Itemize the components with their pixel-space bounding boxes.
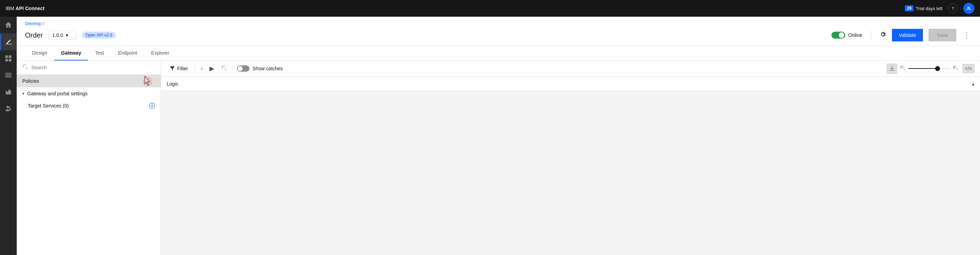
help-icon[interactable]: ? xyxy=(948,3,958,13)
canvas-top-right-icons: </> xyxy=(887,64,974,74)
topnav: IBM API Connect 29 Trial days left ? JL xyxy=(0,0,980,17)
svg-rect-0 xyxy=(5,55,8,58)
search-canvas-icon[interactable] xyxy=(220,64,228,73)
tab-explorer[interactable]: Explorer xyxy=(144,46,176,60)
play-icon[interactable]: ▶ xyxy=(208,63,216,74)
tab-test[interactable]: Test xyxy=(88,46,111,60)
sidebar-icon-table[interactable] xyxy=(0,67,17,84)
toolbar-divider2 xyxy=(232,65,233,72)
toolbar-divider xyxy=(195,65,195,72)
gateway-section-header[interactable]: ▾ Gateway and portal settings xyxy=(17,87,161,100)
tab-gateway[interactable]: Gateway xyxy=(54,46,88,60)
svg-rect-3 xyxy=(9,59,11,62)
show-catches-area: Show catches xyxy=(237,65,283,72)
trial-badge: 29 Trial days left xyxy=(905,5,942,11)
trial-days-number: 29 xyxy=(905,5,913,11)
sidebar-icon-chart[interactable] xyxy=(0,84,17,100)
add-target-service-button[interactable] xyxy=(149,103,155,109)
zoom-slider-thumb[interactable] xyxy=(935,66,940,71)
logic-section: Logic ▴ xyxy=(161,77,980,91)
canvas-toolbar: Filter ‹ ▶ Show catches xyxy=(161,60,980,77)
svg-rect-1 xyxy=(9,55,11,58)
export-icon[interactable] xyxy=(887,64,897,74)
search-input[interactable] xyxy=(31,65,155,70)
breadcrumb: Develop / xyxy=(17,17,980,26)
show-catches-toggle[interactable] xyxy=(237,65,250,72)
api-title: Order xyxy=(25,31,43,39)
logic-header[interactable]: Logic ▴ xyxy=(161,77,980,91)
zoom-slider[interactable] xyxy=(908,68,950,69)
search-icon xyxy=(22,64,28,71)
svg-rect-2 xyxy=(5,59,8,62)
header-divider xyxy=(871,31,871,39)
tab-endpoint[interactable]: Endpoint xyxy=(111,46,144,60)
version-select[interactable]: 1.0.0 ▾ xyxy=(48,31,76,40)
zoom-slider-fill xyxy=(908,68,937,69)
right-panel: Filter ‹ ▶ Show catches xyxy=(161,60,980,255)
zoom-out-icon[interactable] xyxy=(900,65,905,72)
logic-chevron-up-icon: ▴ xyxy=(972,81,974,87)
nav-back-icon[interactable]: ‹ xyxy=(199,64,204,73)
topnav-right: 29 Trial days left ? JL xyxy=(905,3,974,14)
online-toggle[interactable]: Online xyxy=(831,32,862,39)
breadcrumb-develop[interactable]: Develop xyxy=(25,21,42,26)
chevron-down-icon: ▾ xyxy=(22,91,24,96)
tab-design[interactable]: Design xyxy=(25,46,54,60)
search-bar xyxy=(17,60,161,75)
sidebar xyxy=(0,17,17,255)
avatar[interactable]: JL xyxy=(963,3,974,14)
tabs-bar: Design Gateway Test Endpoint Explorer xyxy=(17,46,980,60)
chevron-down-icon: ▾ xyxy=(66,32,68,38)
sidebar-icon-home[interactable] xyxy=(0,17,17,33)
sidebar-icon-dashboard[interactable] xyxy=(0,50,17,67)
left-panel: Policies ▾ Gateway and portal settings T… xyxy=(17,60,161,255)
target-services-item: Target Services (0) xyxy=(17,100,161,112)
online-label: Online xyxy=(848,32,862,38)
sidebar-icon-edit[interactable] xyxy=(0,33,17,50)
save-button: Save xyxy=(929,29,956,41)
code-icon[interactable]: </> xyxy=(963,64,974,73)
main-content: Develop / Order 1.0.0 ▾ Open API v2.0 On… xyxy=(17,17,980,255)
validate-button[interactable]: Validate xyxy=(892,29,923,41)
api-header: Order 1.0.0 ▾ Open API v2.0 Online Valid… xyxy=(17,26,980,46)
api-spec-badge: Open API v2.0 xyxy=(82,32,116,39)
tab-body: Policies ▾ Gateway and portal settings T… xyxy=(17,60,980,255)
settings-icon[interactable] xyxy=(880,31,886,40)
online-toggle-switch[interactable] xyxy=(831,32,845,39)
breadcrumb-separator: / xyxy=(43,21,45,26)
brand-name: IBM API Connect xyxy=(6,6,45,11)
app-layout: Develop / Order 1.0.0 ▾ Open API v2.0 On… xyxy=(0,17,980,255)
zoom-in-icon[interactable] xyxy=(953,65,958,72)
trial-label: Trial days left xyxy=(916,6,942,11)
canvas-area: Logic ▴ xyxy=(161,77,980,255)
filter-button[interactable]: Filter xyxy=(167,64,191,73)
overflow-menu-icon[interactable]: ⋮ xyxy=(962,30,972,41)
policies-item[interactable]: Policies xyxy=(17,75,161,87)
sidebar-icon-users[interactable] xyxy=(0,100,17,117)
topnav-brand-area: IBM API Connect xyxy=(6,6,45,11)
